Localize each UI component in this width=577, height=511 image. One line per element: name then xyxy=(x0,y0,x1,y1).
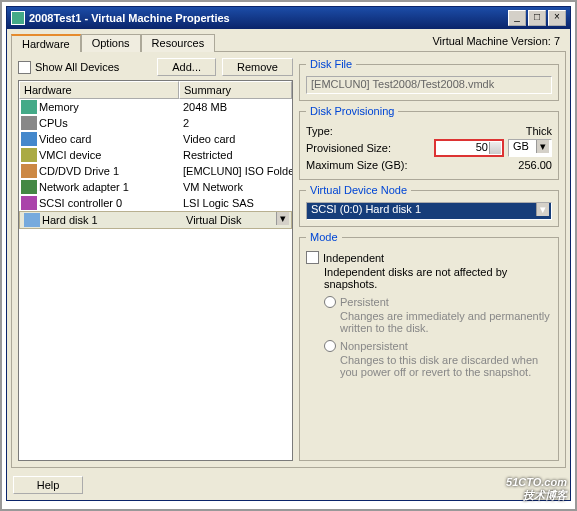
hardware-table: Hardware Summary Memory2048 MBCPUs2Video… xyxy=(18,80,293,461)
table-row[interactable]: VMCI deviceRestricted xyxy=(19,147,292,163)
device-icon xyxy=(24,213,40,227)
device-icon xyxy=(21,180,37,194)
col-hardware[interactable]: Hardware xyxy=(19,81,179,99)
persistent-radio xyxy=(324,296,336,308)
sm-cell: [EMCLUN0] ISO Folder... xyxy=(183,165,292,177)
vdn-select[interactable]: SCSI (0:0) Hard disk 1 xyxy=(306,202,552,220)
hw-cell: Network adapter 1 xyxy=(39,181,183,193)
sm-cell: LSI Logic SAS xyxy=(183,197,292,209)
provisioned-size-input[interactable]: 50 xyxy=(434,139,504,157)
nonpersistent-radio xyxy=(324,340,336,352)
tab-hardware[interactable]: Hardware xyxy=(11,34,81,52)
size-unit-select[interactable]: GB xyxy=(508,139,552,157)
tab-options[interactable]: Options xyxy=(81,34,141,52)
hw-cell: Memory xyxy=(39,101,183,113)
vm-properties-window: 2008Test1 - Virtual Machine Properties _… xyxy=(6,6,571,501)
remove-button[interactable]: Remove xyxy=(222,58,293,76)
nonpersistent-label: Nonpersistent xyxy=(340,340,408,352)
type-label: Type: xyxy=(306,125,526,137)
table-row[interactable]: CD/DVD Drive 1[EMCLUN0] ISO Folder... xyxy=(19,163,292,179)
disk-provisioning-group: Disk Provisioning Type: Thick Provisione… xyxy=(299,105,559,180)
table-row[interactable]: CPUs2 xyxy=(19,115,292,131)
titlebar: 2008Test1 - Virtual Machine Properties _… xyxy=(7,7,570,29)
independent-desc: Independent disks are not affected by sn… xyxy=(324,266,552,290)
device-icon xyxy=(21,116,37,130)
hw-cell: Hard disk 1 xyxy=(42,214,186,226)
add-button[interactable]: Add... xyxy=(157,58,216,76)
device-icon xyxy=(21,196,37,210)
max-size-label: Maximum Size (GB): xyxy=(306,159,518,171)
independent-checkbox[interactable] xyxy=(306,251,319,264)
show-all-label: Show All Devices xyxy=(35,61,119,73)
tab-resources[interactable]: Resources xyxy=(141,34,216,52)
minimize-button[interactable]: _ xyxy=(508,10,526,26)
hw-cell: VMCI device xyxy=(39,149,183,161)
sm-cell: 2 xyxy=(183,117,292,129)
sm-cell: 2048 MB xyxy=(183,101,292,113)
sm-cell: Virtual Disk xyxy=(186,214,275,226)
vdn-legend: Virtual Device Node xyxy=(306,184,411,196)
persistent-desc: Changes are immediately and permanently … xyxy=(340,310,552,334)
virtual-device-node-group: Virtual Device Node SCSI (0:0) Hard disk… xyxy=(299,184,559,227)
sm-cell: Video card xyxy=(183,133,292,145)
disk-file-legend: Disk File xyxy=(306,58,356,70)
col-summary[interactable]: Summary xyxy=(179,81,292,99)
device-icon xyxy=(21,148,37,162)
mode-group: Mode Independent Independent disks are n… xyxy=(299,231,559,461)
sm-cell: Restricted xyxy=(183,149,292,161)
disk-file-group: Disk File [EMCLUN0] Test2008/Test2008.vm… xyxy=(299,58,559,101)
independent-label: Independent xyxy=(323,252,384,264)
table-row[interactable]: Memory2048 MB xyxy=(19,99,292,115)
table-row[interactable]: SCSI controller 0LSI Logic SAS xyxy=(19,195,292,211)
disk-file-input[interactable]: [EMCLUN0] Test2008/Test2008.vmdk xyxy=(306,76,552,94)
provisioning-legend: Disk Provisioning xyxy=(306,105,398,117)
close-button[interactable]: × xyxy=(548,10,566,26)
maximize-button[interactable]: □ xyxy=(528,10,546,26)
help-button[interactable]: Help xyxy=(13,476,83,494)
sm-cell: VM Network xyxy=(183,181,292,193)
app-icon xyxy=(11,11,25,25)
hw-cell: Video card xyxy=(39,133,183,145)
device-icon xyxy=(21,100,37,114)
provisioned-size-label: Provisioned Size: xyxy=(306,142,434,154)
mode-legend: Mode xyxy=(306,231,342,243)
window-title: 2008Test1 - Virtual Machine Properties xyxy=(29,12,508,24)
type-value: Thick xyxy=(526,125,552,137)
show-all-checkbox[interactable] xyxy=(18,61,31,74)
table-row[interactable]: Video cardVideo card xyxy=(19,131,292,147)
persistent-label: Persistent xyxy=(340,296,389,308)
device-icon xyxy=(21,164,37,178)
device-icon xyxy=(21,132,37,146)
table-row[interactable]: Network adapter 1VM Network xyxy=(19,179,292,195)
hw-cell: CPUs xyxy=(39,117,183,129)
vm-version-label: Virtual Machine Version: 7 xyxy=(426,33,566,51)
max-size-value: 256.00 xyxy=(518,159,552,171)
table-row[interactable]: Hard disk 1Virtual Disk xyxy=(19,211,292,229)
hw-cell: CD/DVD Drive 1 xyxy=(39,165,183,177)
tab-bar: Hardware Options Resources Virtual Machi… xyxy=(11,33,566,51)
nonpersistent-desc: Changes to this disk are discarded when … xyxy=(340,354,552,378)
hw-cell: SCSI controller 0 xyxy=(39,197,183,209)
